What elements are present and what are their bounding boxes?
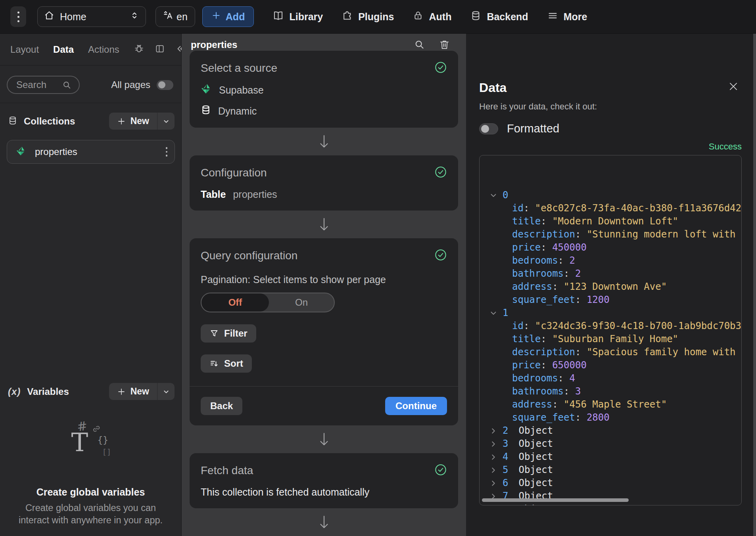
language-label: en (177, 11, 188, 23)
nav-item-label: More (564, 11, 587, 23)
json-record-toggle[interactable]: 0 (489, 189, 741, 202)
search-icon[interactable] (414, 39, 425, 50)
json-field: id: "c324dc36-9f30-4c18-b700-1ab9bdc70b3 (489, 320, 741, 333)
flow-arrow-down-icon (182, 425, 466, 453)
database-icon (470, 10, 481, 23)
main-menu-button[interactable] (10, 6, 26, 27)
json-field: id: "e8c027c8-73fa-40ac-b380-f11a3676d42 (489, 202, 741, 215)
tab-layout[interactable]: Layout (10, 44, 39, 55)
chevron-right-icon[interactable] (489, 453, 503, 461)
collection-item-menu-icon[interactable] (166, 147, 168, 157)
trash-icon[interactable] (439, 39, 450, 50)
topbar: Home en Add Library (0, 0, 756, 34)
all-pages-switch[interactable] (157, 80, 173, 90)
nav-item-library[interactable]: Library (263, 10, 332, 23)
step-title: Select a source (201, 62, 277, 75)
formatted-switch[interactable] (479, 123, 498, 134)
json-record-toggle[interactable]: 1 (489, 306, 741, 320)
back-button[interactable]: Back (201, 397, 242, 415)
plus-icon (117, 387, 126, 396)
nav-item-backend[interactable]: Backend (461, 10, 537, 23)
step-title: Fetch data (201, 464, 253, 477)
filter-icon (209, 329, 219, 338)
variables-section-header: (x) Variables New (0, 373, 181, 406)
chevron-down-icon[interactable] (489, 191, 503, 200)
new-collection-caret[interactable] (157, 113, 175, 130)
step-title: Query configuration (201, 249, 297, 262)
language-selector[interactable]: en (155, 6, 195, 27)
pagination-toggle[interactable]: Off On (201, 293, 335, 312)
chevron-down-icon[interactable] (489, 309, 503, 318)
search-input[interactable] (16, 79, 59, 90)
step-fetch-data: Fetch data This collection is fetched au… (190, 453, 458, 508)
sort-icon (209, 359, 219, 368)
database-icon (201, 105, 211, 117)
data-preview-panel: Data Here is your data, check it out: Fo… (466, 34, 756, 536)
search-icon (62, 80, 72, 90)
pagination-on-segment[interactable]: On (269, 293, 334, 312)
translate-icon (163, 10, 173, 23)
data-panel-title: Data (479, 80, 742, 95)
flow-arrow-down-icon (182, 508, 466, 536)
nav-item-label: Backend (487, 11, 528, 23)
continue-button[interactable]: Continue (385, 397, 447, 415)
chevron-right-icon[interactable] (489, 479, 503, 488)
json-field: bedrooms: 2 (489, 254, 741, 267)
source-label: Supabase (219, 84, 264, 96)
all-pages-toggle-row[interactable]: All pages (111, 79, 173, 90)
close-icon[interactable] (727, 80, 739, 94)
json-record-toggle[interactable]: 8Object (489, 503, 741, 505)
new-collection-button[interactable]: New (109, 113, 157, 130)
fetch-data-description: This collection is fetched automatically (201, 486, 447, 498)
json-viewer[interactable]: 0id: "e8c027c8-73fa-40ac-b380-f11a3676d4… (479, 155, 742, 505)
split-panel-icon[interactable] (155, 44, 165, 56)
menu-icon (547, 10, 558, 23)
new-variable-caret[interactable] (157, 383, 175, 400)
json-tree: 0id: "e8c027c8-73fa-40ac-b380-f11a3676d4… (489, 189, 741, 505)
json-record-toggle[interactable]: 6Object (489, 477, 741, 490)
database-icon (8, 116, 17, 127)
table-field-label: Table (201, 189, 226, 200)
left-sidebar: Layout Data Actions (0, 34, 182, 536)
json-record-toggle[interactable]: 2Object (489, 424, 741, 437)
add-button-label: Add (226, 11, 245, 23)
page-selector[interactable]: Home (37, 6, 146, 27)
sort-button[interactable]: Sort (201, 354, 252, 373)
chevron-right-icon[interactable] (489, 505, 503, 506)
chevron-down-icon (162, 117, 171, 126)
nav-item-label: Auth (429, 11, 451, 23)
json-record-toggle[interactable]: 5Object (489, 463, 741, 477)
table-field-value[interactable]: properties (233, 189, 277, 200)
pagination-off-segment[interactable]: Off (201, 293, 269, 312)
formatted-toggle-row[interactable]: Formatted (479, 122, 742, 135)
chevron-right-icon[interactable] (489, 427, 503, 435)
json-record-toggle[interactable]: 3Object (489, 437, 741, 450)
step-configuration: Configuration Table properties (190, 155, 458, 211)
search-input-wrapper[interactable] (7, 76, 80, 94)
brackets-glyph: [] (102, 448, 111, 456)
variables-empty-state: # T {} [] Create global variables Create… (0, 406, 181, 536)
source-label: Dynamic (218, 105, 257, 117)
step-select-source: Select a source Supabase Dynamic (190, 51, 458, 128)
text-glyph: T (71, 428, 88, 457)
chevron-right-icon[interactable] (489, 466, 503, 475)
source-option-supabase[interactable]: Supabase (201, 83, 447, 97)
tab-actions[interactable]: Actions (88, 44, 119, 55)
horizontal-scrollbar[interactable] (482, 498, 629, 502)
nav-item-more[interactable]: More (538, 10, 597, 23)
debug-bug-icon[interactable] (134, 43, 144, 56)
tab-data[interactable]: Data (53, 44, 74, 55)
json-record-toggle[interactable]: 4Object (489, 450, 741, 463)
nav-item-auth[interactable]: Auth (403, 10, 461, 23)
window-scrollbar[interactable] (753, 34, 756, 536)
chevron-right-icon[interactable] (489, 440, 503, 448)
new-variable-split-button: New (109, 383, 175, 400)
step-complete-icon (434, 61, 447, 75)
new-variable-button[interactable]: New (109, 383, 157, 400)
nav-item-plugins[interactable]: Plugins (332, 10, 403, 23)
add-button[interactable]: Add (202, 6, 254, 27)
collection-item-properties[interactable]: properties (7, 140, 175, 164)
source-option-dynamic[interactable]: Dynamic (201, 105, 447, 117)
filter-button[interactable]: Filter (201, 324, 256, 343)
lock-icon (413, 10, 423, 23)
